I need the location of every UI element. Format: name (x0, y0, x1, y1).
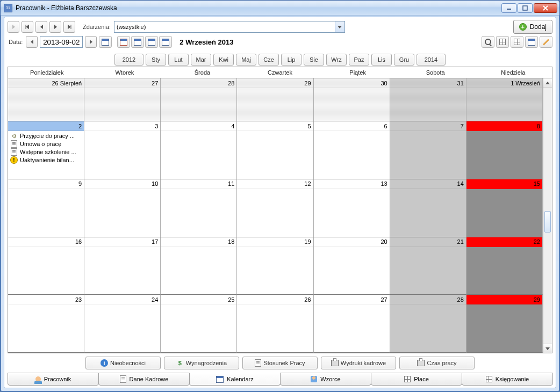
calendar-day-cell[interactable]: 1 Wrzesień (466, 78, 543, 121)
calendar-day-cell[interactable]: 21 (390, 237, 466, 295)
calendar-day-cell[interactable]: 3 (84, 121, 161, 179)
calendar-day-cell[interactable]: 27 (84, 78, 161, 121)
maximize-button[interactable] (518, 3, 533, 13)
tab-kalendarz[interactable]: Kalendarz (189, 373, 281, 386)
calendar-event[interactable]: !Uaktywnienie bilan... (9, 156, 83, 164)
tool-button-1[interactable] (496, 36, 509, 48)
date-picker-button[interactable] (99, 36, 112, 48)
edit-button[interactable] (540, 36, 552, 48)
calendar-event[interactable]: Wstępne szkolenie ... (9, 148, 83, 156)
calendar-day-cell[interactable]: 13 (314, 179, 390, 237)
action-label: Wydruki kadrowe (341, 360, 386, 366)
calendar-day-cell[interactable]: 16 (8, 237, 84, 295)
view-week-button[interactable] (145, 36, 158, 48)
scroll-down-button[interactable] (543, 344, 552, 353)
calendar-icon (162, 39, 169, 46)
calendar-day-cell[interactable]: 27 (314, 295, 390, 353)
action-nieobecnosci[interactable]: iNieobecności (85, 357, 161, 369)
weekday-label: Wtorek (86, 67, 164, 78)
calendar-day-cell[interactable]: 31 (390, 78, 466, 121)
calendar-day-cell[interactable]: 28 (390, 295, 466, 353)
action-wynagrodzenia[interactable]: $Wynagrodzenia (164, 357, 239, 369)
add-button[interactable]: + Dodaj (513, 20, 552, 34)
events-filter-combo[interactable]: (wszystkie) (114, 21, 345, 33)
tab-pracownik[interactable]: Pracownik (8, 373, 99, 386)
scroll-thumb[interactable] (544, 211, 551, 233)
calendar-day-cell[interactable]: 8 (466, 121, 543, 179)
calendar-day-cell[interactable]: 10 (84, 179, 161, 237)
calendar-day-cell[interactable]: 26 (237, 295, 313, 353)
calendar-day-cell[interactable]: 24 (84, 295, 161, 353)
calendar-day-cell[interactable]: 23 (8, 295, 84, 353)
action-wydruki-kadrowe[interactable]: Wydruki kadrowe (321, 357, 396, 369)
scroll-track[interactable] (543, 88, 552, 344)
calendar-day-cell[interactable]: 12 (237, 179, 313, 237)
calendar-day-cell[interactable]: 4 (161, 121, 237, 179)
month-lip[interactable]: Lip (281, 54, 301, 66)
view-workweek-button[interactable] (131, 36, 144, 48)
nav-first-button[interactable] (21, 21, 33, 33)
calendar-day-cell[interactable]: 17 (84, 237, 161, 295)
calendar-day-cell[interactable]: 2⚙Przyjęcie do pracy ...Umowa o pracęWst… (8, 121, 84, 179)
calendar-day-cell[interactable]: 29 (466, 295, 543, 353)
calendar-day-cell[interactable]: 15 (466, 179, 543, 237)
action-label: Wynagrodzenia (186, 360, 227, 366)
tab-wzorce[interactable]: Wzorce (280, 373, 371, 386)
calendar-day-cell[interactable]: 7 (390, 121, 466, 179)
month-paz[interactable]: Paz (349, 54, 369, 66)
grid-icon (486, 376, 492, 382)
month-kwi[interactable]: Kwi (213, 54, 234, 66)
date-input[interactable] (40, 36, 83, 48)
month-wrz[interactable]: Wrz (326, 54, 347, 66)
month-lis[interactable]: Lis (371, 54, 392, 66)
calendar-day-cell[interactable]: 30 (314, 78, 390, 121)
month-sie[interactable]: Sie (304, 54, 324, 66)
tab-dane-kadrowe[interactable]: Dane Kadrowe (98, 373, 190, 386)
calendar-day-cell[interactable]: 29 (237, 78, 313, 121)
month-cze[interactable]: Cze (259, 54, 279, 66)
calendar-day-cell[interactable]: 11 (161, 179, 237, 237)
view-month-button[interactable] (159, 36, 172, 48)
calendar-day-cell[interactable]: 19 (237, 237, 313, 295)
tab-ksiegowanie[interactable]: Księgowanie (462, 373, 553, 386)
nav-last-button[interactable] (63, 21, 75, 33)
nav-play-button[interactable] (8, 21, 19, 33)
calendar-day-cell[interactable]: 6 (314, 121, 390, 179)
calendar-scrollbar[interactable] (543, 78, 552, 353)
close-button[interactable] (534, 3, 557, 13)
calendar-event[interactable]: ⚙Przyjęcie do pracy ... (9, 132, 83, 140)
search-button[interactable] (482, 36, 494, 48)
date-prev-button[interactable] (26, 36, 38, 48)
tool-button-2[interactable] (511, 36, 523, 48)
view-day-button[interactable] (117, 36, 130, 48)
month-mar[interactable]: Mar (191, 54, 211, 66)
calendar-day-cell[interactable]: 20 (314, 237, 390, 295)
next-year-button[interactable]: 2014 (417, 54, 446, 66)
calendar-event[interactable]: Umowa o pracę (9, 140, 83, 148)
nav-prev-button[interactable] (35, 21, 47, 33)
calendar-day-cell[interactable]: 9 (8, 179, 84, 237)
month-sty[interactable]: Sty (146, 54, 166, 66)
weekday-label: Niedziela (474, 67, 552, 78)
nav-next-button[interactable] (49, 21, 61, 33)
action-czas-pracy[interactable]: Czas pracy (399, 357, 475, 369)
tab-place[interactable]: Płace (371, 373, 462, 386)
month-gru[interactable]: Gru (394, 54, 414, 66)
calendar-day-cell[interactable]: 25 (161, 295, 237, 353)
action-stosunek-pracy[interactable]: Stosunek Pracy (242, 357, 318, 369)
tool-button-3[interactable] (525, 36, 538, 48)
month-maj[interactable]: Maj (236, 54, 256, 66)
day-number: 31 (390, 78, 466, 88)
scroll-up-button[interactable] (543, 78, 552, 88)
calendar-day-cell[interactable]: 28 (161, 78, 237, 121)
date-next-button[interactable] (85, 36, 97, 48)
grid-icon (514, 39, 520, 45)
calendar-day-cell[interactable]: 14 (390, 179, 466, 237)
calendar-day-cell[interactable]: 18 (161, 237, 237, 295)
calendar-day-cell[interactable]: 5 (237, 121, 313, 179)
month-lut[interactable]: Lut (168, 54, 189, 66)
prev-year-button[interactable]: 2012 (114, 54, 143, 66)
calendar-day-cell[interactable]: 26 Sierpień (8, 78, 84, 121)
calendar-day-cell[interactable]: 22 (466, 237, 543, 295)
minimize-button[interactable] (501, 3, 516, 13)
